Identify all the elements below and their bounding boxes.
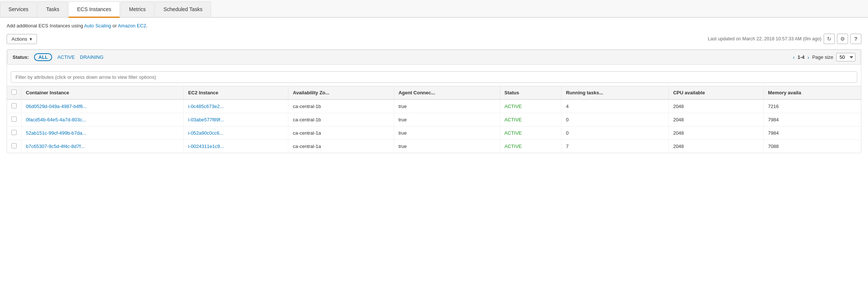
table-header-row: Container Instance EC2 Instance Availabi… <box>7 86 861 100</box>
container-instance-link-1[interactable]: 0facd54b-64e5-4a7d-803c... <box>26 117 86 122</box>
ec2-instance-link-3[interactable]: i-0024311e1c9... <box>188 144 224 149</box>
tab-ecs-instances[interactable]: ECS Instances <box>68 1 120 18</box>
td-running-tasks-3: 7 <box>561 140 668 153</box>
th-agent-connected: Agent Connec... <box>394 86 500 100</box>
refresh-button[interactable]: ↻ <box>824 34 835 44</box>
td-status-0: ACTIVE <box>500 100 561 113</box>
container-instance-link-0[interactable]: 06d0529d-049a-4987-b4f6... <box>26 104 87 109</box>
ec2-instance-link-0[interactable]: i-0c485c673e2... <box>188 104 224 109</box>
refresh-icon: ↻ <box>827 36 831 42</box>
info-text-before: Add additional ECS Instances using <box>7 23 84 28</box>
td-checkbox-0 <box>7 100 21 113</box>
td-memory-available-3: 7088 <box>763 140 861 153</box>
status-badge-1: ACTIVE <box>505 117 522 122</box>
td-agent-connected-2: true <box>394 127 500 140</box>
th-checkbox <box>7 86 21 100</box>
settings-icon: ⚙ <box>840 36 845 42</box>
td-ec2-instance-3: i-0024311e1c9... <box>183 140 288 153</box>
toolbar: Actions ▾ Last updated on March 22, 2018… <box>7 34 861 44</box>
table-wrapper: Status: ALL ACTIVE DRAINING ‹ 1-4 › Page… <box>7 49 861 153</box>
td-ec2-instance-1: i-03abe577f89f... <box>183 113 288 127</box>
table-row: 0facd54b-64e5-4a7d-803c... i-03abe577f89… <box>7 113 861 127</box>
help-icon: ? <box>854 36 858 42</box>
th-container-instance: Container Instance <box>21 86 184 100</box>
td-availability-zone-3: ca-central-1a <box>288 140 394 153</box>
main-content: Add additional ECS Instances using Auto … <box>0 18 868 158</box>
tab-tasks[interactable]: Tasks <box>38 1 68 17</box>
row-checkbox-3[interactable] <box>11 143 17 148</box>
td-ec2-instance-0: i-0c485c673e2... <box>183 100 288 113</box>
status-badge-0: ACTIVE <box>505 104 522 109</box>
td-cpu-available-1: 2048 <box>668 113 763 127</box>
last-updated-text: Last updated on March 22, 2018 10:57:33 … <box>708 36 821 41</box>
info-bar: Add additional ECS Instances using Auto … <box>7 23 861 28</box>
td-status-2: ACTIVE <box>500 127 561 140</box>
filter-input[interactable] <box>11 71 857 83</box>
th-availability-zone: Availability Zo... <box>288 86 394 100</box>
td-container-instance-2: 52ab151c-99cf-499b-b7da... <box>21 127 184 140</box>
container-instance-link-3[interactable]: b7c65307-9c5d-4f4c-8d7f... <box>26 144 85 149</box>
td-memory-available-2: 7984 <box>763 127 861 140</box>
settings-button[interactable]: ⚙ <box>837 34 848 44</box>
td-memory-available-1: 7984 <box>763 113 861 127</box>
status-left: Status: ALL ACTIVE DRAINING <box>13 53 104 61</box>
toolbar-right: Last updated on March 22, 2018 10:57:33 … <box>708 34 861 44</box>
td-running-tasks-2: 0 <box>561 127 668 140</box>
td-container-instance-1: 0facd54b-64e5-4a7d-803c... <box>21 113 184 127</box>
td-running-tasks-1: 0 <box>561 113 668 127</box>
status-bar: Status: ALL ACTIVE DRAINING ‹ 1-4 › Page… <box>7 50 861 65</box>
td-cpu-available-3: 2048 <box>668 140 763 153</box>
td-running-tasks-0: 4 <box>561 100 668 113</box>
info-text-after: . <box>146 23 148 28</box>
ec2-instance-link-2[interactable]: i-052a90c0cc6... <box>188 130 223 136</box>
ec2-instance-link-1[interactable]: i-03abe577f89f... <box>188 117 224 122</box>
container-instance-link-2[interactable]: 52ab151c-99cf-499b-b7da... <box>26 130 86 136</box>
next-page-button[interactable]: › <box>807 54 809 60</box>
status-active-filter[interactable]: ACTIVE <box>57 54 75 60</box>
td-ec2-instance-2: i-052a90c0cc6... <box>183 127 288 140</box>
tab-metrics[interactable]: Metrics <box>121 1 154 17</box>
td-status-1: ACTIVE <box>500 113 561 127</box>
td-cpu-available-0: 2048 <box>668 100 763 113</box>
tab-scheduled-tasks[interactable]: Scheduled Tasks <box>155 1 211 17</box>
th-status: Status <box>500 86 561 100</box>
th-ec2-instance: EC2 Instance <box>183 86 288 100</box>
td-availability-zone-0: ca-central-1b <box>288 100 394 113</box>
td-checkbox-2 <box>7 127 21 140</box>
actions-label: Actions <box>11 36 27 42</box>
status-draining-filter[interactable]: DRAINING <box>80 54 104 60</box>
table-row: 06d0529d-049a-4987-b4f6... i-0c485c673e2… <box>7 100 861 113</box>
amazon-ec2-link[interactable]: Amazon EC2 <box>118 23 146 28</box>
pagination: ‹ 1-4 › Page size 10 25 50 100 <box>793 53 855 61</box>
auto-scaling-link[interactable]: Auto Scaling <box>84 23 111 28</box>
row-checkbox-1[interactable] <box>11 117 17 122</box>
row-checkbox-2[interactable] <box>11 130 17 135</box>
status-badge-3: ACTIVE <box>505 144 522 149</box>
td-agent-connected-3: true <box>394 140 500 153</box>
prev-page-button[interactable]: ‹ <box>793 54 795 60</box>
page-range: 1-4 <box>797 54 804 60</box>
th-memory-available: Memory availa <box>763 86 861 100</box>
page-size-label: Page size <box>812 54 833 60</box>
chevron-down-icon: ▾ <box>30 36 32 42</box>
th-running-tasks: Running tasks... <box>561 86 668 100</box>
filter-row <box>7 68 861 86</box>
row-checkbox-0[interactable] <box>11 103 17 108</box>
table-row: b7c65307-9c5d-4f4c-8d7f... i-0024311e1c9… <box>7 140 861 153</box>
td-container-instance-3: b7c65307-9c5d-4f4c-8d7f... <box>21 140 184 153</box>
td-status-3: ACTIVE <box>500 140 561 153</box>
td-container-instance-0: 06d0529d-049a-4987-b4f6... <box>21 100 184 113</box>
select-all-checkbox[interactable] <box>11 90 17 95</box>
help-button[interactable]: ? <box>850 34 861 44</box>
actions-button[interactable]: Actions ▾ <box>7 34 37 44</box>
td-availability-zone-2: ca-central-1a <box>288 127 394 140</box>
th-cpu-available: CPU available <box>668 86 763 100</box>
td-agent-connected-1: true <box>394 113 500 127</box>
status-all-filter[interactable]: ALL <box>34 53 52 61</box>
tab-services[interactable]: Services <box>0 1 37 17</box>
tabs-bar: Services Tasks ECS Instances Metrics Sch… <box>0 0 868 18</box>
info-text-middle: or <box>111 23 118 28</box>
td-cpu-available-2: 2048 <box>668 127 763 140</box>
page-size-select[interactable]: 10 25 50 100 <box>836 53 855 61</box>
status-label: Status: <box>13 54 29 60</box>
